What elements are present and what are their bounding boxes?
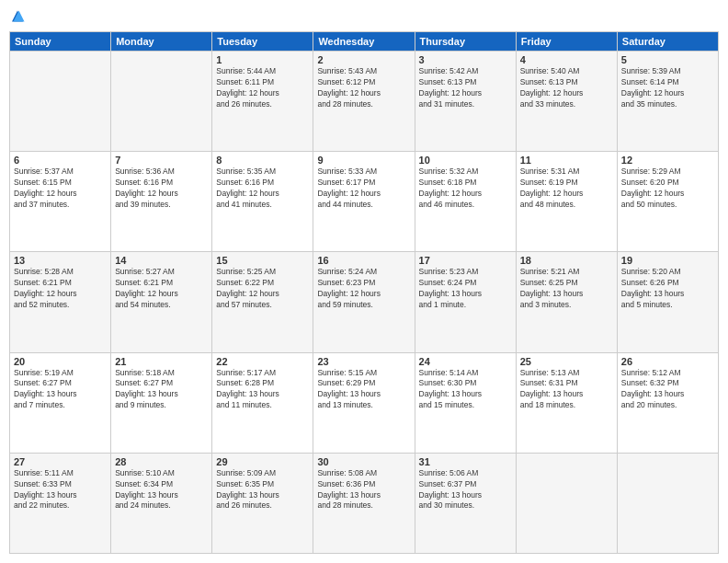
day-number: 7 — [115, 155, 208, 166]
day-number: 31 — [419, 456, 512, 467]
day-info: Sunrise: 5:44 AM Sunset: 6:11 PM Dayligh… — [216, 66, 309, 110]
day-info: Sunrise: 5:10 AM Sunset: 6:34 PM Dayligh… — [115, 468, 208, 512]
day-cell: 14Sunrise: 5:27 AM Sunset: 6:21 PM Dayli… — [111, 252, 212, 352]
day-info: Sunrise: 5:20 AM Sunset: 6:26 PM Dayligh… — [621, 267, 714, 311]
day-cell: 27Sunrise: 5:11 AM Sunset: 6:33 PM Dayli… — [10, 453, 111, 553]
week-row-3: 20Sunrise: 5:19 AM Sunset: 6:27 PM Dayli… — [10, 352, 719, 453]
day-info: Sunrise: 5:35 AM Sunset: 6:16 PM Dayligh… — [216, 167, 309, 211]
calendar-table: SundayMondayTuesdayWednesdayThursdayFrid… — [9, 31, 719, 554]
day-info: Sunrise: 5:19 AM Sunset: 6:27 PM Dayligh… — [14, 368, 107, 412]
day-number: 14 — [115, 255, 208, 266]
day-cell: 11Sunrise: 5:31 AM Sunset: 6:19 PM Dayli… — [516, 152, 617, 252]
day-number: 22 — [216, 356, 309, 367]
day-info: Sunrise: 5:31 AM Sunset: 6:19 PM Dayligh… — [520, 167, 613, 211]
day-number: 3 — [419, 54, 512, 65]
day-cell: 13Sunrise: 5:28 AM Sunset: 6:21 PM Dayli… — [10, 252, 111, 352]
day-info: Sunrise: 5:06 AM Sunset: 6:37 PM Dayligh… — [419, 468, 512, 512]
day-number: 10 — [419, 155, 512, 166]
day-info: Sunrise: 5:24 AM Sunset: 6:23 PM Dayligh… — [317, 267, 410, 311]
day-cell — [516, 453, 617, 553]
week-row-4: 27Sunrise: 5:11 AM Sunset: 6:33 PM Dayli… — [10, 453, 719, 553]
day-cell: 2Sunrise: 5:43 AM Sunset: 6:12 PM Daylig… — [313, 52, 415, 152]
day-cell: 19Sunrise: 5:20 AM Sunset: 6:26 PM Dayli… — [617, 252, 718, 352]
day-number: 9 — [317, 155, 410, 166]
day-cell: 16Sunrise: 5:24 AM Sunset: 6:23 PM Dayli… — [313, 252, 415, 352]
day-info: Sunrise: 5:37 AM Sunset: 6:15 PM Dayligh… — [14, 167, 107, 211]
day-cell — [10, 52, 111, 152]
day-number: 1 — [216, 54, 309, 65]
day-cell: 1Sunrise: 5:44 AM Sunset: 6:11 PM Daylig… — [212, 52, 313, 152]
day-cell: 31Sunrise: 5:06 AM Sunset: 6:37 PM Dayli… — [415, 453, 516, 553]
day-number: 18 — [520, 255, 613, 266]
day-number: 6 — [14, 155, 107, 166]
day-cell: 30Sunrise: 5:08 AM Sunset: 6:36 PM Dayli… — [313, 453, 415, 553]
day-number: 11 — [520, 155, 613, 166]
day-number: 23 — [317, 356, 410, 367]
header-sunday: Sunday — [10, 32, 111, 52]
header — [9, 9, 719, 26]
day-info: Sunrise: 5:32 AM Sunset: 6:18 PM Dayligh… — [419, 167, 512, 211]
day-number: 21 — [115, 356, 208, 367]
day-cell: 6Sunrise: 5:37 AM Sunset: 6:15 PM Daylig… — [10, 152, 111, 252]
day-info: Sunrise: 5:17 AM Sunset: 6:28 PM Dayligh… — [216, 368, 309, 412]
day-number: 24 — [419, 356, 512, 367]
header-wednesday: Wednesday — [313, 32, 415, 52]
logo — [9, 9, 28, 26]
day-cell: 7Sunrise: 5:36 AM Sunset: 6:16 PM Daylig… — [111, 152, 212, 252]
day-info: Sunrise: 5:21 AM Sunset: 6:25 PM Dayligh… — [520, 267, 613, 311]
day-cell: 28Sunrise: 5:10 AM Sunset: 6:34 PM Dayli… — [111, 453, 212, 553]
day-info: Sunrise: 5:27 AM Sunset: 6:21 PM Dayligh… — [115, 267, 208, 311]
day-info: Sunrise: 5:43 AM Sunset: 6:12 PM Dayligh… — [317, 66, 410, 110]
day-number: 15 — [216, 255, 309, 266]
day-info: Sunrise: 5:15 AM Sunset: 6:29 PM Dayligh… — [317, 368, 410, 412]
day-number: 26 — [621, 356, 714, 367]
header-row: SundayMondayTuesdayWednesdayThursdayFrid… — [10, 32, 719, 52]
day-info: Sunrise: 5:33 AM Sunset: 6:17 PM Dayligh… — [317, 167, 410, 211]
day-number: 28 — [115, 456, 208, 467]
day-number: 12 — [621, 155, 714, 166]
page: SundayMondayTuesdayWednesdayThursdayFrid… — [0, 0, 728, 563]
day-info: Sunrise: 5:09 AM Sunset: 6:35 PM Dayligh… — [216, 468, 309, 512]
day-number: 25 — [520, 356, 613, 367]
day-number: 17 — [419, 255, 512, 266]
day-info: Sunrise: 5:36 AM Sunset: 6:16 PM Dayligh… — [115, 167, 208, 211]
week-row-0: 1Sunrise: 5:44 AM Sunset: 6:11 PM Daylig… — [10, 52, 719, 152]
day-info: Sunrise: 5:25 AM Sunset: 6:22 PM Dayligh… — [216, 267, 309, 311]
day-cell: 8Sunrise: 5:35 AM Sunset: 6:16 PM Daylig… — [212, 152, 313, 252]
day-cell: 5Sunrise: 5:39 AM Sunset: 6:14 PM Daylig… — [617, 52, 718, 152]
day-number: 2 — [317, 54, 410, 65]
header-friday: Friday — [516, 32, 617, 52]
day-cell: 29Sunrise: 5:09 AM Sunset: 6:35 PM Dayli… — [212, 453, 313, 553]
day-number: 8 — [216, 155, 309, 166]
day-info: Sunrise: 5:12 AM Sunset: 6:32 PM Dayligh… — [621, 368, 714, 412]
day-info: Sunrise: 5:28 AM Sunset: 6:21 PM Dayligh… — [14, 267, 107, 311]
day-cell: 3Sunrise: 5:42 AM Sunset: 6:13 PM Daylig… — [415, 52, 516, 152]
day-cell — [617, 453, 718, 553]
day-number: 4 — [520, 54, 613, 65]
day-cell: 4Sunrise: 5:40 AM Sunset: 6:13 PM Daylig… — [516, 52, 617, 152]
day-cell: 23Sunrise: 5:15 AM Sunset: 6:29 PM Dayli… — [313, 352, 415, 453]
day-number: 27 — [14, 456, 107, 467]
day-info: Sunrise: 5:08 AM Sunset: 6:36 PM Dayligh… — [317, 468, 410, 512]
day-info: Sunrise: 5:18 AM Sunset: 6:27 PM Dayligh… — [115, 368, 208, 412]
day-number: 19 — [621, 255, 714, 266]
day-info: Sunrise: 5:14 AM Sunset: 6:30 PM Dayligh… — [419, 368, 512, 412]
day-cell — [111, 52, 212, 152]
header-tuesday: Tuesday — [212, 32, 313, 52]
day-info: Sunrise: 5:23 AM Sunset: 6:24 PM Dayligh… — [419, 267, 512, 311]
week-row-1: 6Sunrise: 5:37 AM Sunset: 6:15 PM Daylig… — [10, 152, 719, 252]
day-number: 29 — [216, 456, 309, 467]
day-number: 30 — [317, 456, 410, 467]
day-cell: 24Sunrise: 5:14 AM Sunset: 6:30 PM Dayli… — [415, 352, 516, 453]
day-cell: 22Sunrise: 5:17 AM Sunset: 6:28 PM Dayli… — [212, 352, 313, 453]
header-monday: Monday — [111, 32, 212, 52]
day-number: 16 — [317, 255, 410, 266]
day-info: Sunrise: 5:29 AM Sunset: 6:20 PM Dayligh… — [621, 167, 714, 211]
day-info: Sunrise: 5:39 AM Sunset: 6:14 PM Dayligh… — [621, 66, 714, 110]
day-info: Sunrise: 5:40 AM Sunset: 6:13 PM Dayligh… — [520, 66, 613, 110]
day-cell: 20Sunrise: 5:19 AM Sunset: 6:27 PM Dayli… — [10, 352, 111, 453]
day-cell: 21Sunrise: 5:18 AM Sunset: 6:27 PM Dayli… — [111, 352, 212, 453]
day-cell: 9Sunrise: 5:33 AM Sunset: 6:17 PM Daylig… — [313, 152, 415, 252]
week-row-2: 13Sunrise: 5:28 AM Sunset: 6:21 PM Dayli… — [10, 252, 719, 352]
day-info: Sunrise: 5:42 AM Sunset: 6:13 PM Dayligh… — [419, 66, 512, 110]
